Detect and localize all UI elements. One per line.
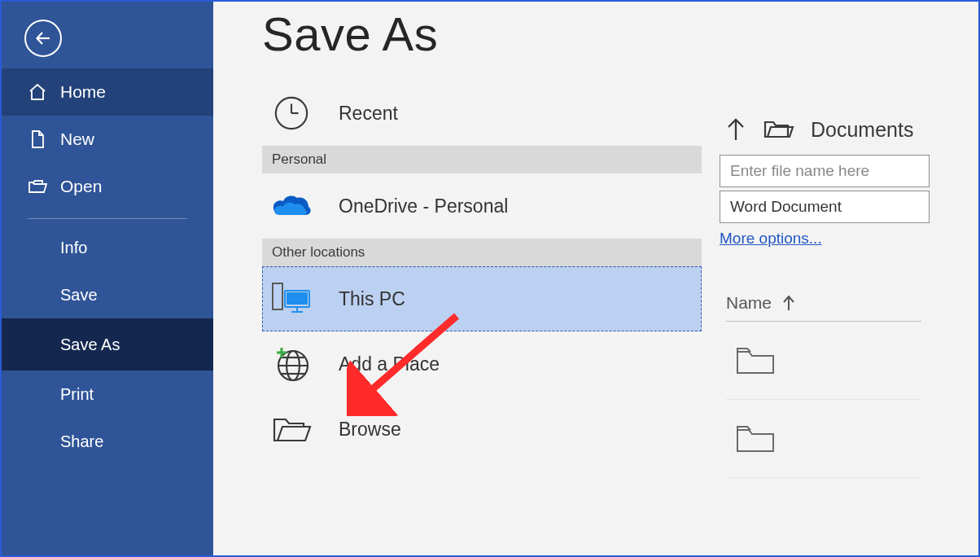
sidebar-item-save-as[interactable]: Save As <box>2 318 213 371</box>
sidebar-item-home[interactable]: Home <box>2 68 213 116</box>
up-folder-icon[interactable] <box>724 116 747 143</box>
sidebar-item-new[interactable]: New <box>2 116 213 163</box>
file-list-header[interactable]: Name <box>726 293 921 322</box>
location-label-browse: Browse <box>339 419 401 441</box>
sidebar-label-print: Print <box>60 385 94 404</box>
sidebar-item-open[interactable]: Open <box>2 163 213 210</box>
folder-icon <box>734 422 777 456</box>
location-add-place[interactable]: Add a Place <box>262 331 702 397</box>
current-folder-label: Documents <box>811 118 913 142</box>
filename-input[interactable] <box>720 155 930 187</box>
folder-icon <box>734 344 777 378</box>
new-document-icon <box>28 129 47 149</box>
group-header-personal: Personal <box>262 146 702 173</box>
sidebar-label-home: Home <box>60 82 106 102</box>
folder-entry[interactable] <box>726 400 921 478</box>
sidebar-label-open: Open <box>60 177 102 196</box>
folder-open-icon <box>28 177 47 196</box>
file-list-header-name: Name <box>726 293 772 313</box>
svg-rect-7 <box>287 292 308 305</box>
sidebar-item-print[interactable]: Print <box>2 371 213 418</box>
page-title: Save As <box>262 7 702 61</box>
folder-entry[interactable] <box>726 322 921 400</box>
sidebar-divider <box>28 218 187 219</box>
sidebar-label-info: Info <box>60 239 87 257</box>
back-button[interactable] <box>24 20 62 57</box>
sidebar-label-new: New <box>60 129 94 149</box>
right-column: Documents Word Document More options... … <box>702 2 978 555</box>
sidebar-label-save: Save <box>60 286 98 305</box>
home-icon <box>28 82 47 102</box>
location-this-pc[interactable]: This PC <box>262 266 702 331</box>
location-recent[interactable]: Recent <box>262 81 702 146</box>
location-label-onedrive: OneDrive - Personal <box>339 195 508 217</box>
location-label-add-place: Add a Place <box>339 353 440 375</box>
location-onedrive[interactable]: OneDrive - Personal <box>262 173 702 239</box>
sidebar-item-share[interactable]: Share <box>2 418 213 465</box>
filetype-value: Word Document <box>730 198 842 216</box>
main-area: Save As Recent Personal OneDrive - Pe <box>213 2 978 555</box>
sidebar-label-save-as: Save As <box>60 336 120 354</box>
backstage-sidebar: Home New Open Info Save Save As Print Sh… <box>2 2 213 555</box>
more-options-link[interactable]: More options... <box>720 230 822 247</box>
location-label-this-pc: This PC <box>339 288 405 310</box>
sort-up-icon <box>781 294 796 312</box>
browse-folder-icon <box>271 413 312 445</box>
location-label-recent: Recent <box>339 103 398 125</box>
filetype-select[interactable]: Word Document <box>720 191 930 223</box>
this-pc-icon <box>270 281 313 317</box>
sidebar-item-info[interactable]: Info <box>2 224 213 271</box>
sidebar-label-share: Share <box>60 432 103 451</box>
add-place-icon <box>272 344 311 384</box>
folder-open-icon[interactable] <box>763 117 794 142</box>
onedrive-icon <box>271 192 312 220</box>
locations-column: Save As Recent Personal OneDrive - Pe <box>213 2 702 555</box>
clock-icon <box>273 94 310 132</box>
arrow-left-icon <box>33 29 53 48</box>
group-header-other: Other locations <box>262 239 702 266</box>
location-browse[interactable]: Browse <box>262 397 702 462</box>
svg-rect-5 <box>273 283 282 309</box>
sidebar-item-save[interactable]: Save <box>2 271 213 318</box>
